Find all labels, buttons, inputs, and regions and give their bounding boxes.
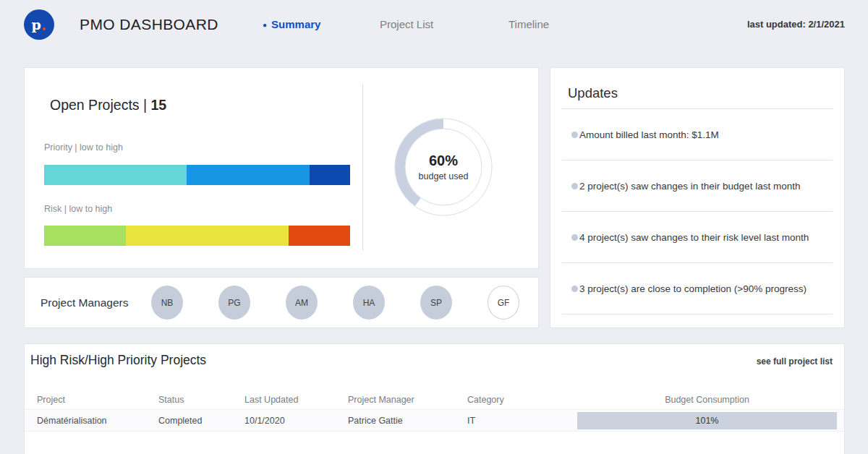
nav-tab-summary[interactable]: ●Summary [263, 18, 320, 30]
app-logo: p. [24, 9, 54, 40]
avatar-initials: NB [161, 298, 174, 308]
table-title: High Risk/High Priority Projects [30, 353, 206, 368]
update-bullet-icon [571, 286, 578, 292]
active-tab-bullet: ● [263, 21, 267, 29]
see-full-project-list-link[interactable]: see full project list [757, 356, 833, 367]
avatar-nb[interactable]: NB [151, 286, 183, 320]
avatar-initials: AM [295, 298, 308, 308]
logo-dot: . [41, 21, 47, 28]
risk-segment-high[interactable] [289, 226, 350, 246]
column-header-budget-consumption: Budget Consumption [577, 395, 844, 405]
avatar-initials: GF [498, 298, 510, 308]
project-manager-avatars: NBPGAMHASPGF [151, 286, 519, 320]
high-risk-projects-card: High Risk/High Priority Projects see ful… [24, 343, 845, 454]
update-item: 3 project(s) are close to completion (>9… [562, 263, 833, 314]
budget-percent: 60% [429, 153, 458, 169]
open-projects-title: Open Projects | 15 [50, 97, 166, 113]
risk-segment-medium[interactable] [126, 226, 289, 246]
open-projects-card: Open Projects | 15 Priority | low to hig… [24, 67, 539, 269]
risk-bar-label: Risk | low to high [44, 204, 112, 214]
cell-manager: Patrice Gattie [348, 416, 467, 426]
risk-stacked-bar [44, 226, 350, 246]
update-text: 3 project(s) are close to completion (>9… [579, 283, 807, 294]
avatar-sp[interactable]: SP [420, 286, 452, 320]
column-header-project: Project [37, 395, 158, 405]
last-updated-text: last updated: 2/1/2021 [747, 19, 845, 30]
column-header-project-manager: Project Manager [348, 395, 467, 405]
nav-tab-label: Timeline [509, 18, 549, 30]
update-item: 2 project(s) saw changes in their budget… [562, 160, 833, 212]
priority-stacked-bar [44, 165, 350, 185]
updates-list: Amount billed last month: $1.1M2 project… [562, 109, 833, 314]
priority-bar-label: Priority | low to high [44, 142, 123, 153]
update-item: Amount billed last month: $1.1M [562, 109, 833, 160]
update-item: 4 project(s) saw changes to their risk l… [562, 212, 833, 263]
avatar-initials: HA [363, 298, 375, 308]
budget-consumption-value: 101% [696, 416, 719, 426]
cell-project: Dématérialisation [37, 416, 158, 426]
cell-last_updated: 10/1/2020 [244, 416, 348, 426]
budget-consumption-bar: 101% [577, 412, 837, 429]
avatar-gf[interactable]: GF [488, 286, 519, 320]
avatar-initials: PG [228, 298, 240, 308]
avatar-ha[interactable]: HA [353, 286, 385, 320]
avatar-initials: SP [430, 298, 442, 308]
avatar-am[interactable]: AM [286, 286, 318, 320]
project-managers-label: Project Managers [41, 296, 128, 309]
page-title: PMO DASHBOARD [80, 16, 218, 33]
update-bullet-icon [571, 183, 578, 189]
vertical-divider [362, 84, 363, 250]
avatar-pg[interactable]: PG [218, 286, 250, 320]
update-bullet-icon [571, 234, 578, 241]
project-managers-card: Project Managers NBPGAMHASPGF [24, 277, 539, 328]
open-projects-label: Open Projects | [50, 97, 150, 113]
open-projects-count: 15 [150, 97, 166, 113]
cell-status: Completed [158, 416, 244, 426]
nav-tab-label: Summary [271, 18, 320, 30]
table-row[interactable]: DématérialisationCompleted10/1/2020Patri… [25, 411, 844, 432]
priority-segment-medium[interactable] [187, 165, 309, 185]
column-header-category: Category [467, 395, 577, 405]
nav-tab-timeline[interactable]: Timeline [509, 18, 549, 30]
budget-caption: budget used [419, 171, 469, 181]
update-text: Amount billed last month: $1.1M [579, 129, 719, 140]
table-header-row: ProjectStatusLast UpdatedProject Manager… [25, 390, 844, 410]
update-text: 2 project(s) saw changes in their budget… [579, 181, 800, 192]
nav-tab-project-list[interactable]: Project List [380, 18, 433, 30]
updates-card: Updates Amount billed last month: $1.1M2… [550, 67, 845, 328]
updates-title: Updates [562, 68, 833, 109]
nav-tab-label: Project List [380, 18, 433, 30]
update-bullet-icon [571, 132, 578, 138]
update-text: 4 project(s) saw changes to their risk l… [579, 232, 809, 243]
risk-segment-low[interactable] [44, 226, 126, 246]
column-header-last-updated: Last Updated [244, 395, 348, 405]
column-header-status: Status [158, 395, 244, 405]
cell-budget-consumption: 101% [577, 412, 844, 429]
logo-letter: p [32, 17, 41, 33]
budget-donut-center: 60% budget used [386, 109, 501, 225]
priority-segment-high[interactable] [310, 165, 350, 185]
priority-segment-low[interactable] [44, 165, 187, 185]
cell-category: IT [467, 416, 577, 426]
